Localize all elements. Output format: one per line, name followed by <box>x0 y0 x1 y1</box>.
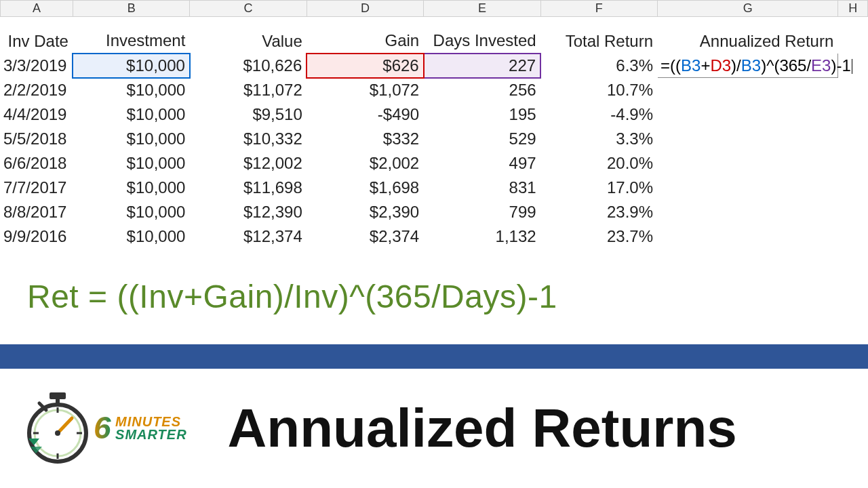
col-header-H[interactable]: H <box>838 1 868 17</box>
cell[interactable]: $332 <box>307 127 423 151</box>
cell[interactable]: $1,072 <box>307 78 423 102</box>
col-header-E[interactable]: E <box>424 1 540 17</box>
cell[interactable]: $2,390 <box>307 200 423 224</box>
header-days: Days Invested <box>424 29 540 54</box>
formula-ref: D3 <box>710 56 731 75</box>
col-header-B[interactable]: B <box>73 1 189 17</box>
cell[interactable]: $11,072 <box>190 78 307 102</box>
cell[interactable]: $12,390 <box>190 200 307 224</box>
cell-ref-e3[interactable]: 227 <box>424 54 540 78</box>
cell[interactable]: 831 <box>424 176 540 200</box>
cell[interactable]: 529 <box>424 127 540 151</box>
cell[interactable]: 17.0% <box>540 176 657 200</box>
table-row[interactable]: 2/2/2019 $10,000 $11,072 $1,072 256 10.7… <box>1 78 868 102</box>
table-row[interactable]: 7/7/2017 $10,000 $11,698 $1,698 831 17.0… <box>1 176 868 200</box>
cell[interactable]: 9/9/2016 <box>1 224 73 249</box>
cell[interactable]: $10,000 <box>73 224 189 249</box>
cell[interactable]: 2/2/2019 <box>1 78 73 102</box>
header-inv-date: Inv Date <box>1 29 73 54</box>
formula-text: + <box>701 56 710 75</box>
cell[interactable]: 8/8/2017 <box>1 200 73 224</box>
header-row: Inv Date Investment Value Gain Days Inve… <box>1 29 868 54</box>
cell[interactable]: 23.7% <box>540 224 657 249</box>
cell[interactable]: $12,374 <box>190 224 307 249</box>
cell[interactable]: $10,000 <box>73 127 189 151</box>
cell[interactable]: 23.9% <box>540 200 657 224</box>
cell[interactable]: $10,000 <box>73 78 189 102</box>
table-row[interactable]: 8/8/2017 $10,000 $12,390 $2,390 799 23.9… <box>1 200 868 224</box>
cell[interactable]: $2,374 <box>307 224 423 249</box>
cell[interactable]: 10.7% <box>540 78 657 102</box>
cell[interactable]: $10,332 <box>190 127 307 151</box>
cell-ref-d3[interactable]: $626 <box>307 54 423 78</box>
divider-bar <box>0 344 868 369</box>
cell[interactable]: 20.0% <box>540 151 657 176</box>
cell[interactable]: 3/3/2019 <box>1 54 73 78</box>
cell[interactable]: 3.3% <box>540 127 657 151</box>
formula-ref: B3 <box>741 56 761 75</box>
table-row[interactable]: 6/6/2018 $10,000 $12,002 $2,002 497 20.0… <box>1 151 868 176</box>
header-total-return: Total Return <box>540 29 657 54</box>
cell[interactable]: $11,698 <box>190 176 307 200</box>
brand-logo: 6 MINUTES SMARTER <box>27 391 187 466</box>
cell[interactable]: 6.3% <box>540 54 657 78</box>
header-gain: Gain <box>307 29 423 54</box>
cell[interactable]: 195 <box>424 102 540 127</box>
spreadsheet-grid[interactable]: A B C D E F G H Inv Date Investment Valu… <box>0 0 868 249</box>
col-header-D[interactable]: D <box>307 1 423 17</box>
formula-text: )^(365/ <box>761 56 811 75</box>
cell[interactable]: 5/5/2018 <box>1 127 73 151</box>
cell[interactable]: $1,698 <box>307 176 423 200</box>
formula-text: =(( <box>660 56 681 75</box>
column-header-row[interactable]: A B C D E F G H <box>1 1 868 17</box>
table-row[interactable]: 3/3/2019 $10,000 $10,626 $626 227 6.3% =… <box>1 54 868 78</box>
formula-overlay: Ret = ((Inv+Gain)/Inv)^(365/Days)-1 <box>27 278 557 315</box>
footer: 6 MINUTES SMARTER Annualized Returns <box>0 369 868 488</box>
svg-line-9 <box>58 418 72 433</box>
cell[interactable]: $10,000 <box>73 176 189 200</box>
cell[interactable]: $10,626 <box>190 54 307 78</box>
cell[interactable]: 6/6/2018 <box>1 151 73 176</box>
cell[interactable]: -$490 <box>307 102 423 127</box>
header-investment: Investment <box>73 29 189 54</box>
cell[interactable]: $10,000 <box>73 200 189 224</box>
table-row[interactable]: 5/5/2018 $10,000 $10,332 $332 529 3.3% <box>1 127 868 151</box>
formula-ref: B3 <box>681 56 701 75</box>
stopwatch-icon <box>27 391 88 466</box>
formula-text: )-1 <box>831 56 850 75</box>
header-value: Value <box>190 29 307 54</box>
cell[interactable]: 799 <box>424 200 540 224</box>
col-header-F[interactable]: F <box>540 1 657 17</box>
cell[interactable]: $12,002 <box>190 151 307 176</box>
col-header-G[interactable]: G <box>658 1 838 17</box>
text-cursor-icon <box>852 59 852 74</box>
formula-ref: E3 <box>811 56 831 75</box>
formula-text: )/ <box>731 56 741 75</box>
logo-digit: 6 <box>94 413 111 443</box>
svg-point-10 <box>55 430 60 436</box>
header-annualized: Annualized Return <box>658 29 838 54</box>
col-header-A[interactable]: A <box>1 1 73 17</box>
cell[interactable]: $2,002 <box>307 151 423 176</box>
cell[interactable]: 256 <box>424 78 540 102</box>
cell-ref-b3[interactable]: $10,000 <box>73 54 189 78</box>
table-row[interactable]: 9/9/2016 $10,000 $12,374 $2,374 1,132 23… <box>1 224 868 249</box>
cell[interactable]: $9,510 <box>190 102 307 127</box>
cell[interactable]: 497 <box>424 151 540 176</box>
cell[interactable]: 1,132 <box>424 224 540 249</box>
col-header-C[interactable]: C <box>190 1 307 17</box>
cell[interactable]: $10,000 <box>73 102 189 127</box>
cell[interactable]: 7/7/2017 <box>1 176 73 200</box>
table-row[interactable]: 4/4/2019 $10,000 $9,510 -$490 195 -4.9% <box>1 102 868 127</box>
logo-word-2: SMARTER <box>115 428 187 441</box>
cell[interactable]: -4.9% <box>540 102 657 127</box>
cell[interactable]: $10,000 <box>73 151 189 176</box>
formula-edit-cell[interactable]: =((B3+D3)/B3)^(365/E3)-1 <box>658 54 838 78</box>
slide-title: Annualized Returns <box>228 397 737 460</box>
cell[interactable]: 4/4/2019 <box>1 102 73 127</box>
